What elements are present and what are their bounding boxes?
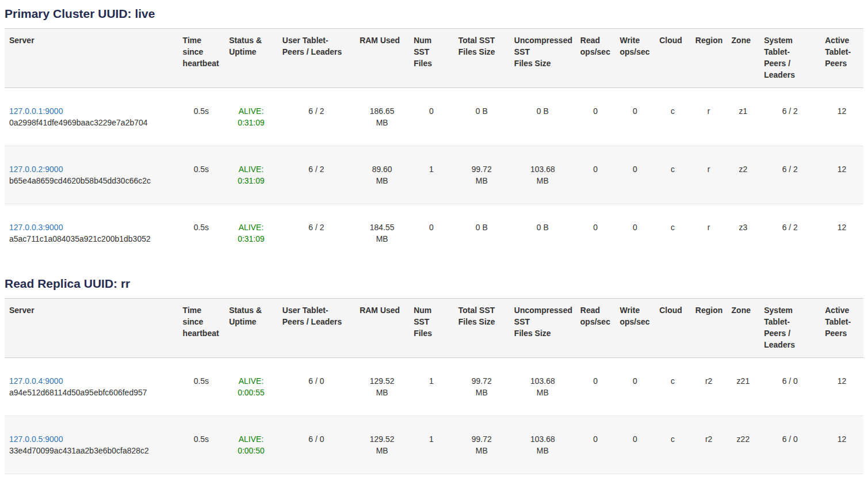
server-link[interactable]: 127.0.0.1:9000 <box>9 105 174 117</box>
status-uptime-cell: ALIVE:0:31:09 <box>224 88 278 146</box>
status-label: ALIVE: <box>229 433 273 445</box>
cell-region: r <box>691 204 727 262</box>
column-header-active_tablet_peers: Active Tablet- Peers <box>820 29 863 88</box>
cell-system_tablet_peers: 6 / 0 <box>759 474 820 484</box>
cell-region: r <box>691 146 727 204</box>
cell-active_tablet_peers: 12 <box>820 474 863 484</box>
uptime-value: 0:31:09 <box>229 117 273 128</box>
server-uuid: 0a2998f41dfe4969baac3229e7a2b704 <box>9 117 174 128</box>
column-header-zone: Zone <box>727 299 760 358</box>
server-cell: 127.0.0.3:9000a5ac711c1a084035a921c200b1… <box>5 204 178 262</box>
cluster-tables: Primary Cluster UUID: live ServerTime si… <box>5 7 863 484</box>
cell-read_ops: 0 <box>576 146 615 204</box>
cell-user_tablet_peers: 6 / 2 <box>278 88 355 146</box>
cell-heartbeat: 0.5s <box>178 88 225 146</box>
cell-heartbeat: 0.5s <box>178 416 225 474</box>
table-body: 127.0.0.4:9000a94e512d68114d50a95ebfc606… <box>5 358 863 484</box>
cell-write_ops: 0 <box>615 204 655 262</box>
cell-write_ops: 0 <box>615 474 655 484</box>
cell-num_sst_files: 1 <box>409 146 454 204</box>
cluster-section: Read Replica UUID: rr ServerTime since h… <box>5 277 863 484</box>
uptime-value: 0:31:09 <box>229 175 273 186</box>
cell-heartbeat: 0.5s <box>178 358 225 416</box>
status-label: ALIVE: <box>229 105 273 117</box>
column-header-server: Server <box>5 29 178 88</box>
cell-total_sst_size: 99.72 MB <box>454 474 510 484</box>
column-header-write_ops: Write ops/sec <box>615 299 655 358</box>
status-uptime-cell: ALIVE:0:31:09 <box>224 204 278 262</box>
server-row: 127.0.0.1:90000a2998f41dfe4969baac3229e7… <box>5 88 863 146</box>
column-header-user_tablet_peers: User Tablet- Peers / Leaders <box>278 299 355 358</box>
column-header-uncompressed_sst_size: Uncompressed SST Files Size <box>510 299 576 358</box>
server-link[interactable]: 127.0.0.2:9000 <box>9 163 174 175</box>
column-header-status_uptime: Status & Uptime <box>224 299 278 358</box>
server-link[interactable]: 127.0.0.3:9000 <box>9 222 174 233</box>
column-header-uncompressed_sst_size: Uncompressed SST Files Size <box>510 29 576 88</box>
cell-user_tablet_peers: 6 / 2 <box>278 204 355 262</box>
uptime-value: 0:31:09 <box>229 233 273 245</box>
column-header-heartbeat: Time since heartbeat <box>178 299 225 358</box>
cell-read_ops: 0 <box>576 474 615 484</box>
cell-user_tablet_peers: 6 / 0 <box>278 474 355 484</box>
status-uptime-cell: ALIVE:0:31:09 <box>224 146 278 204</box>
cell-zone: z22 <box>727 416 760 474</box>
cell-active_tablet_peers: 12 <box>820 416 863 474</box>
cell-uncompressed_sst_size: 103.68 MB <box>510 416 576 474</box>
column-header-write_ops: Write ops/sec <box>615 29 655 88</box>
cell-heartbeat: 0.5s <box>178 146 225 204</box>
status-label: ALIVE: <box>229 163 273 175</box>
cell-write_ops: 0 <box>615 146 655 204</box>
server-uuid: a94e512d68114d50a95ebfc606fed957 <box>9 387 174 398</box>
section-title: Primary Cluster UUID: live <box>5 7 863 21</box>
server-row: 127.0.0.4:9000a94e512d68114d50a95ebfc606… <box>5 358 863 416</box>
cell-region: r2 <box>691 416 727 474</box>
cell-zone: z1 <box>727 88 760 146</box>
cell-system_tablet_peers: 6 / 2 <box>759 146 820 204</box>
column-header-total_sst_size: Total SST Files Size <box>454 299 510 358</box>
status-label: ALIVE: <box>229 375 273 387</box>
server-uuid: b65e4a8659cd4620b58b45dd30c66c2c <box>9 175 174 186</box>
server-row: 127.0.0.5:900033e4d70099ac431aa2b3e6b0cf… <box>5 416 863 474</box>
column-header-read_ops: Read ops/sec <box>576 29 615 88</box>
server-link[interactable]: 127.0.0.5:9000 <box>9 433 174 445</box>
cell-ram_used: 184.55 MB <box>355 204 409 262</box>
cell-read_ops: 0 <box>576 358 615 416</box>
cell-ram_used: 128.47 MB <box>355 474 409 484</box>
cell-region: r <box>691 88 727 146</box>
cell-region: r2 <box>691 474 727 484</box>
cell-write_ops: 0 <box>615 358 655 416</box>
cell-active_tablet_peers: 12 <box>820 358 863 416</box>
server-uuid: a5ac711c1a084035a921c200b1db3052 <box>9 233 174 245</box>
table-header: ServerTime since heartbeatStatus & Uptim… <box>5 29 863 88</box>
server-row: 127.0.0.3:9000a5ac711c1a084035a921c200b1… <box>5 204 863 262</box>
cell-cloud: c <box>655 474 691 484</box>
cell-uncompressed_sst_size: 0 B <box>510 204 576 262</box>
cell-system_tablet_peers: 6 / 2 <box>759 88 820 146</box>
cell-total_sst_size: 99.72 MB <box>454 146 510 204</box>
column-header-system_tablet_peers: System Tablet- Peers / Leaders <box>759 29 820 88</box>
cell-num_sst_files: 0 <box>409 88 454 146</box>
servers-table: ServerTime since heartbeatStatus & Uptim… <box>5 28 863 262</box>
server-uuid: 33e4d70099ac431aa2b3e6b0cfa828c2 <box>9 445 174 456</box>
cell-num_sst_files: 1 <box>409 358 454 416</box>
cell-uncompressed_sst_size: 103.68 MB <box>510 358 576 416</box>
cell-active_tablet_peers: 12 <box>820 88 863 146</box>
server-link[interactable]: 127.0.0.4:9000 <box>9 375 174 387</box>
server-cell: 127.0.0.2:9000b65e4a8659cd4620b58b45dd30… <box>5 146 178 204</box>
cell-num_sst_files: 1 <box>409 416 454 474</box>
server-cell: 127.0.0.4:9000a94e512d68114d50a95ebfc606… <box>5 358 178 416</box>
cell-zone: z2 <box>727 146 760 204</box>
cell-num_sst_files: 0 <box>409 204 454 262</box>
table-header: ServerTime since heartbeatStatus & Uptim… <box>5 299 863 358</box>
uptime-value: 0:00:50 <box>229 445 273 456</box>
cell-active_tablet_peers: 12 <box>820 204 863 262</box>
column-header-num_sst_files: Num SST Files <box>409 29 454 88</box>
cell-uncompressed_sst_size: 0 B <box>510 88 576 146</box>
status-label: ALIVE: <box>229 222 273 233</box>
status-uptime-cell: ALIVE:0:00:47 <box>224 474 278 484</box>
cell-system_tablet_peers: 6 / 0 <box>759 416 820 474</box>
column-header-read_ops: Read ops/sec <box>576 299 615 358</box>
cell-read_ops: 0 <box>576 204 615 262</box>
column-header-user_tablet_peers: User Tablet- Peers / Leaders <box>278 29 355 88</box>
cell-zone: z3 <box>727 204 760 262</box>
